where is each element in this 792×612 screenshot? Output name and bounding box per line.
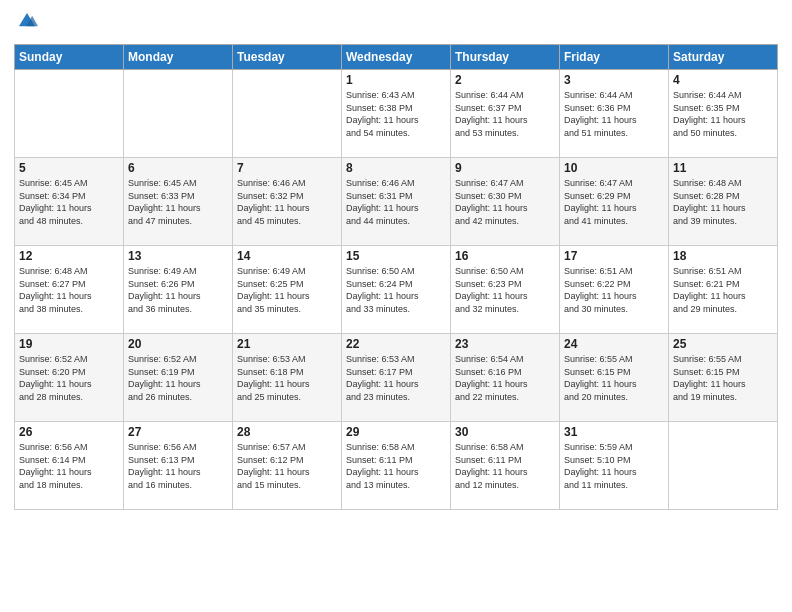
calendar-cell: 7Sunrise: 6:46 AM Sunset: 6:32 PM Daylig…: [233, 158, 342, 246]
calendar-cell: 27Sunrise: 6:56 AM Sunset: 6:13 PM Dayli…: [124, 422, 233, 510]
header: [14, 10, 778, 36]
day-info: Sunrise: 6:46 AM Sunset: 6:32 PM Dayligh…: [237, 177, 337, 227]
day-info: Sunrise: 6:58 AM Sunset: 6:11 PM Dayligh…: [455, 441, 555, 491]
calendar-cell: 19Sunrise: 6:52 AM Sunset: 6:20 PM Dayli…: [15, 334, 124, 422]
calendar-cell: [124, 70, 233, 158]
calendar-cell: 15Sunrise: 6:50 AM Sunset: 6:24 PM Dayli…: [342, 246, 451, 334]
day-info: Sunrise: 6:46 AM Sunset: 6:31 PM Dayligh…: [346, 177, 446, 227]
calendar: SundayMondayTuesdayWednesdayThursdayFrid…: [14, 44, 778, 510]
day-info: Sunrise: 6:44 AM Sunset: 6:37 PM Dayligh…: [455, 89, 555, 139]
day-info: Sunrise: 6:50 AM Sunset: 6:24 PM Dayligh…: [346, 265, 446, 315]
calendar-cell: 6Sunrise: 6:45 AM Sunset: 6:33 PM Daylig…: [124, 158, 233, 246]
day-number: 25: [673, 337, 773, 351]
day-header-wednesday: Wednesday: [342, 45, 451, 70]
calendar-cell: 24Sunrise: 6:55 AM Sunset: 6:15 PM Dayli…: [560, 334, 669, 422]
day-number: 16: [455, 249, 555, 263]
calendar-cell: 9Sunrise: 6:47 AM Sunset: 6:30 PM Daylig…: [451, 158, 560, 246]
day-number: 1: [346, 73, 446, 87]
day-info: Sunrise: 6:56 AM Sunset: 6:14 PM Dayligh…: [19, 441, 119, 491]
day-number: 13: [128, 249, 228, 263]
day-header-saturday: Saturday: [669, 45, 778, 70]
calendar-body: 1Sunrise: 6:43 AM Sunset: 6:38 PM Daylig…: [15, 70, 778, 510]
day-info: Sunrise: 6:49 AM Sunset: 6:25 PM Dayligh…: [237, 265, 337, 315]
day-number: 14: [237, 249, 337, 263]
day-info: Sunrise: 6:48 AM Sunset: 6:27 PM Dayligh…: [19, 265, 119, 315]
day-number: 3: [564, 73, 664, 87]
page: SundayMondayTuesdayWednesdayThursdayFrid…: [0, 0, 792, 612]
day-number: 8: [346, 161, 446, 175]
day-number: 7: [237, 161, 337, 175]
calendar-cell: 30Sunrise: 6:58 AM Sunset: 6:11 PM Dayli…: [451, 422, 560, 510]
calendar-cell: 18Sunrise: 6:51 AM Sunset: 6:21 PM Dayli…: [669, 246, 778, 334]
day-info: Sunrise: 6:51 AM Sunset: 6:21 PM Dayligh…: [673, 265, 773, 315]
day-number: 9: [455, 161, 555, 175]
calendar-cell: 26Sunrise: 6:56 AM Sunset: 6:14 PM Dayli…: [15, 422, 124, 510]
day-info: Sunrise: 6:49 AM Sunset: 6:26 PM Dayligh…: [128, 265, 228, 315]
calendar-cell: 17Sunrise: 6:51 AM Sunset: 6:22 PM Dayli…: [560, 246, 669, 334]
day-number: 6: [128, 161, 228, 175]
day-number: 15: [346, 249, 446, 263]
day-info: Sunrise: 6:47 AM Sunset: 6:29 PM Dayligh…: [564, 177, 664, 227]
day-info: Sunrise: 6:45 AM Sunset: 6:34 PM Dayligh…: [19, 177, 119, 227]
day-info: Sunrise: 6:53 AM Sunset: 6:17 PM Dayligh…: [346, 353, 446, 403]
day-info: Sunrise: 6:56 AM Sunset: 6:13 PM Dayligh…: [128, 441, 228, 491]
calendar-cell: 11Sunrise: 6:48 AM Sunset: 6:28 PM Dayli…: [669, 158, 778, 246]
calendar-cell: 25Sunrise: 6:55 AM Sunset: 6:15 PM Dayli…: [669, 334, 778, 422]
calendar-week-1: 5Sunrise: 6:45 AM Sunset: 6:34 PM Daylig…: [15, 158, 778, 246]
calendar-week-3: 19Sunrise: 6:52 AM Sunset: 6:20 PM Dayli…: [15, 334, 778, 422]
calendar-cell: [15, 70, 124, 158]
day-info: Sunrise: 6:57 AM Sunset: 6:12 PM Dayligh…: [237, 441, 337, 491]
day-info: Sunrise: 6:50 AM Sunset: 6:23 PM Dayligh…: [455, 265, 555, 315]
day-number: 12: [19, 249, 119, 263]
day-info: Sunrise: 6:52 AM Sunset: 6:19 PM Dayligh…: [128, 353, 228, 403]
day-info: Sunrise: 6:54 AM Sunset: 6:16 PM Dayligh…: [455, 353, 555, 403]
logo: [14, 10, 38, 36]
calendar-cell: 29Sunrise: 6:58 AM Sunset: 6:11 PM Dayli…: [342, 422, 451, 510]
calendar-cell: 31Sunrise: 5:59 AM Sunset: 5:10 PM Dayli…: [560, 422, 669, 510]
day-info: Sunrise: 6:45 AM Sunset: 6:33 PM Dayligh…: [128, 177, 228, 227]
day-info: Sunrise: 6:44 AM Sunset: 6:36 PM Dayligh…: [564, 89, 664, 139]
calendar-cell: 13Sunrise: 6:49 AM Sunset: 6:26 PM Dayli…: [124, 246, 233, 334]
calendar-cell: 8Sunrise: 6:46 AM Sunset: 6:31 PM Daylig…: [342, 158, 451, 246]
calendar-cell: 5Sunrise: 6:45 AM Sunset: 6:34 PM Daylig…: [15, 158, 124, 246]
day-number: 10: [564, 161, 664, 175]
calendar-cell: 12Sunrise: 6:48 AM Sunset: 6:27 PM Dayli…: [15, 246, 124, 334]
day-number: 19: [19, 337, 119, 351]
calendar-header-row: SundayMondayTuesdayWednesdayThursdayFrid…: [15, 45, 778, 70]
day-number: 22: [346, 337, 446, 351]
calendar-cell: 2Sunrise: 6:44 AM Sunset: 6:37 PM Daylig…: [451, 70, 560, 158]
day-number: 5: [19, 161, 119, 175]
day-number: 20: [128, 337, 228, 351]
day-number: 24: [564, 337, 664, 351]
day-number: 4: [673, 73, 773, 87]
day-number: 11: [673, 161, 773, 175]
calendar-cell: [669, 422, 778, 510]
day-number: 23: [455, 337, 555, 351]
day-header-sunday: Sunday: [15, 45, 124, 70]
calendar-cell: [233, 70, 342, 158]
day-number: 29: [346, 425, 446, 439]
calendar-cell: 10Sunrise: 6:47 AM Sunset: 6:29 PM Dayli…: [560, 158, 669, 246]
day-number: 21: [237, 337, 337, 351]
day-number: 17: [564, 249, 664, 263]
day-info: Sunrise: 6:52 AM Sunset: 6:20 PM Dayligh…: [19, 353, 119, 403]
day-info: Sunrise: 6:47 AM Sunset: 6:30 PM Dayligh…: [455, 177, 555, 227]
day-number: 28: [237, 425, 337, 439]
calendar-cell: 16Sunrise: 6:50 AM Sunset: 6:23 PM Dayli…: [451, 246, 560, 334]
calendar-week-2: 12Sunrise: 6:48 AM Sunset: 6:27 PM Dayli…: [15, 246, 778, 334]
day-number: 27: [128, 425, 228, 439]
calendar-cell: 22Sunrise: 6:53 AM Sunset: 6:17 PM Dayli…: [342, 334, 451, 422]
day-info: Sunrise: 6:55 AM Sunset: 6:15 PM Dayligh…: [673, 353, 773, 403]
calendar-week-0: 1Sunrise: 6:43 AM Sunset: 6:38 PM Daylig…: [15, 70, 778, 158]
day-number: 31: [564, 425, 664, 439]
day-number: 2: [455, 73, 555, 87]
day-info: Sunrise: 6:55 AM Sunset: 6:15 PM Dayligh…: [564, 353, 664, 403]
day-header-thursday: Thursday: [451, 45, 560, 70]
day-header-friday: Friday: [560, 45, 669, 70]
day-header-monday: Monday: [124, 45, 233, 70]
day-info: Sunrise: 6:43 AM Sunset: 6:38 PM Dayligh…: [346, 89, 446, 139]
day-info: Sunrise: 6:44 AM Sunset: 6:35 PM Dayligh…: [673, 89, 773, 139]
day-info: Sunrise: 6:48 AM Sunset: 6:28 PM Dayligh…: [673, 177, 773, 227]
day-info: Sunrise: 6:58 AM Sunset: 6:11 PM Dayligh…: [346, 441, 446, 491]
calendar-week-4: 26Sunrise: 6:56 AM Sunset: 6:14 PM Dayli…: [15, 422, 778, 510]
